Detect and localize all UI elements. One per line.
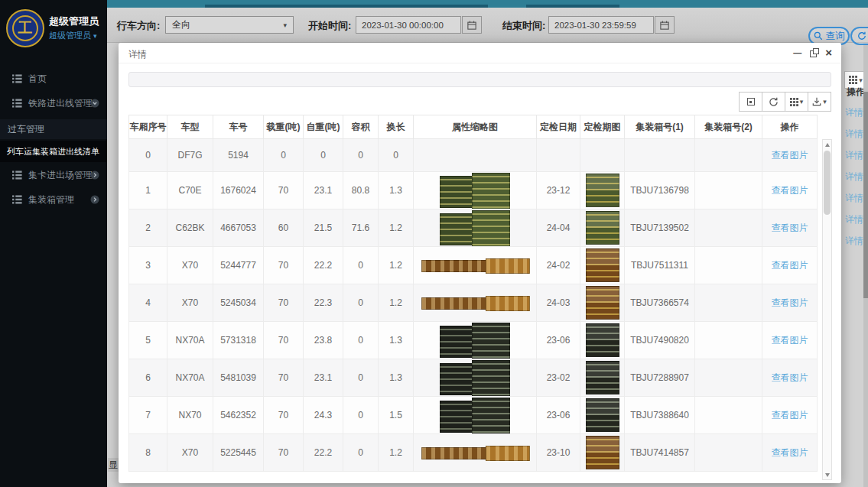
attribute-thumbnail-image[interactable] [440,210,510,245]
sidebar-item-home[interactable]: 首页 [0,69,107,89]
sidebar-item-train-container-list-active[interactable]: 列车运集装箱进出线清单 [0,141,107,162]
cell-action: 查看图片 [762,247,818,284]
view-image-link[interactable]: 查看图片 [772,185,808,196]
inspection-period-image[interactable] [586,323,619,357]
inspection-period-image[interactable] [586,361,619,394]
start-calendar-button[interactable] [462,16,482,34]
view-image-link[interactable]: 查看图片 [772,447,808,458]
cell-attr-thumbnail [414,434,537,472]
view-image-link[interactable]: 查看图片 [772,335,808,346]
sidebar-item-container-mgmt[interactable]: 集装箱管理 [0,190,107,209]
view-image-link[interactable]: 查看图片 [772,297,808,308]
cell-load: 70 [264,359,304,397]
user-name: 超级管理员 [49,15,99,28]
scroll-down-arrow[interactable] [823,470,831,479]
start-time-input[interactable]: 2023-01-30 00:00:00 [356,16,461,34]
maximize-restore-icon[interactable] [810,50,817,57]
table-row: 2 C62BK 4667053 60 21.5 71.6 1.2 24-04 T… [129,209,818,247]
direction-select[interactable]: 全向 ▾ [165,16,294,34]
attribute-thumbnail-image[interactable] [421,446,528,459]
cell-conv-length: 1.2 [379,247,414,284]
menu-list-icon [12,195,22,204]
cell-insp-image [580,209,625,247]
scroll-up-arrow[interactable] [823,140,831,149]
inspection-period-image[interactable] [586,211,619,245]
inspection-period-image[interactable] [586,436,619,469]
view-image-link[interactable]: 查看图片 [772,410,808,420]
cell-load: 70 [264,322,304,359]
cell-seq: 2 [129,209,167,247]
table-row: 8 X70 5225445 70 22.2 0 1.2 23-10 TBJU74… [129,434,818,472]
cell-insp-image [580,322,625,359]
sidebar-item-truck-gate-mgmt[interactable]: 集卡进出场管理 [0,165,107,185]
close-icon[interactable]: × [825,47,832,58]
cell-insp-image [580,247,625,284]
chevron-right-circle-icon [90,195,99,206]
attribute-thumbnail-image[interactable] [440,323,510,358]
attribute-thumbnail-image[interactable] [421,296,528,310]
filter-bar: 行车方向: 全向 ▾ 开始时间: 2023-01-30 00:00:00 结束时… [107,8,868,43]
cell-container1: TBJU7288907 [625,359,695,397]
cell-volume: 0 [343,284,379,322]
cell-seq: 0 [129,139,167,172]
modal-filter-input[interactable] [128,72,831,87]
end-time-input[interactable]: 2023-01-30 23:59:59 [548,16,654,34]
cell-action: 查看图片 [762,209,818,247]
view-image-link[interactable]: 查看图片 [772,260,808,271]
cell-insp-date: 24-04 [537,209,580,247]
cell-volume: 0 [343,139,379,172]
fullscreen-button[interactable] [739,92,762,112]
cell-action: 查看图片 [762,397,818,434]
attribute-thumbnail-image[interactable] [440,360,510,395]
cell-insp-date: 23-06 [537,397,580,434]
export-button[interactable]: ▾ [808,92,831,112]
cell-container2 [695,322,762,359]
cell-tare: 22.2 [304,247,343,284]
menu-list-icon [12,74,22,83]
table-scrollbar[interactable] [822,139,832,480]
cell-attr-thumbnail [414,247,537,284]
direction-label: 行车方向: [117,19,160,33]
user-role-dropdown[interactable]: 超级管理员 ▾ [49,30,97,41]
inspection-period-image[interactable] [586,286,619,320]
chevron-down-circle-icon [90,99,99,110]
page-scrollbar-thumb[interactable] [863,92,868,298]
col-header-volume: 容积 [343,115,379,139]
sidebar-item-railway-line-mgmt[interactable]: 铁路进出线管理 [0,93,107,113]
cell-insp-image [580,359,625,397]
cell-container2 [695,434,762,472]
attribute-thumbnail-image[interactable] [440,398,510,433]
table-scrollbar-thumb[interactable] [824,151,831,215]
cell-attr-thumbnail [414,209,537,247]
sidebar-section-pass-vehicle-mgmt[interactable]: 过车管理 [0,119,107,139]
inspection-period-image[interactable] [586,174,619,207]
attribute-thumbnail-image[interactable] [440,173,510,208]
columns-button[interactable]: ▾ [785,92,808,112]
cell-insp-image [580,284,625,322]
page-scrollbar[interactable] [863,43,868,487]
inspection-period-image[interactable] [586,398,619,432]
minimize-icon[interactable]: — [793,47,801,58]
cell-car-no: 5245034 [213,284,264,322]
cell-car-no: 4667053 [213,209,264,247]
cell-insp-image [580,434,625,472]
grid-columns-icon [849,76,857,84]
detail-table: 车厢序号 车型 车号 载重(吨) 自重(吨) 容积 换长 属性缩略图 定检日期 … [128,115,818,472]
attribute-thumbnail-image[interactable] [421,258,528,272]
chevron-down-icon: ▾ [93,32,97,40]
view-image-link[interactable]: 查看图片 [772,150,808,161]
refresh-button[interactable] [762,92,785,112]
railway-emblem-icon: 工 [12,15,38,41]
col-header-car-no: 车号 [213,115,264,139]
cell-container1: TBJU7414857 [625,434,695,472]
cell-tare: 0 [304,139,343,172]
view-image-link[interactable]: 查看图片 [772,222,808,233]
end-calendar-button[interactable] [655,16,675,34]
sidebar-item-label: 首页 [28,73,47,86]
view-image-link[interactable]: 查看图片 [772,372,808,383]
cell-container1: TBJU7136798 [625,172,695,209]
cell-conv-length: 1.5 [379,397,414,434]
reset-button[interactable]: 重置 [850,27,868,45]
inspection-period-image[interactable] [586,248,619,282]
cell-volume: 0 [343,322,379,359]
